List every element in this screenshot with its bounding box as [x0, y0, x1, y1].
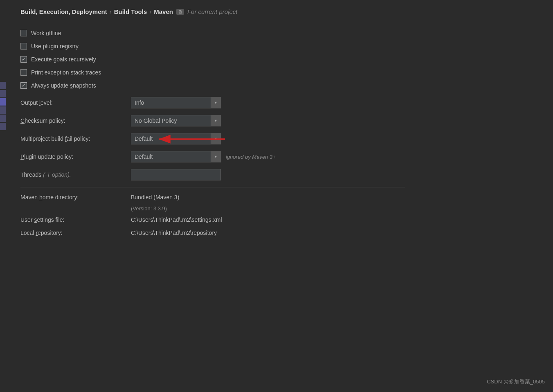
checkbox-use-plugin-registry-row: Use plugin registry: [20, 40, 405, 53]
plugin-update-policy-arrow[interactable]: [211, 151, 220, 162]
breadcrumb-part1: Build, Execution, Deployment: [20, 8, 107, 15]
output-level-dropdown[interactable]: Info: [131, 97, 221, 108]
checksum-policy-arrow[interactable]: [211, 115, 220, 126]
multiproject-fail-policy-arrow[interactable]: [211, 133, 220, 144]
output-level-label: Output level:: [20, 99, 131, 106]
checkbox-always-update-label: Always update snapshots: [31, 82, 96, 89]
output-level-value: Info: [131, 97, 211, 108]
maven-home-row: Maven home directory: Bundled (Maven 3): [20, 191, 405, 204]
watermark: CSDN @多加香菜_0505: [487, 378, 545, 385]
maven-home-value: Bundled (Maven 3): [131, 194, 179, 201]
checkbox-work-offline-row: Work offline: [20, 27, 405, 40]
threads-input[interactable]: [131, 169, 221, 180]
checkbox-execute-goals-label: Execute goals recursively: [31, 56, 96, 63]
checkbox-always-update[interactable]: [20, 82, 27, 89]
breadcrumb: Build, Execution, Deployment › Build Too…: [20, 8, 405, 15]
plugin-update-policy-dropdown[interactable]: Default: [131, 151, 221, 162]
checksum-policy-label: Checksum policy:: [20, 117, 131, 124]
local-repository-row: Local repository: C:\Users\ThinkPad\.m2\…: [20, 226, 405, 239]
multiproject-fail-policy-dropdown[interactable]: Default: [131, 133, 221, 144]
checkbox-work-offline[interactable]: [20, 30, 27, 36]
local-repository-label: Local repository:: [20, 230, 131, 236]
checkbox-use-plugin-registry-label: Use plugin registry: [31, 43, 79, 50]
project-icon: 🖹: [176, 9, 184, 15]
breadcrumb-part2: Build Tools: [114, 8, 147, 15]
checkbox-execute-goals[interactable]: [20, 56, 27, 63]
output-level-row: Output level: Info: [20, 94, 405, 112]
multiproject-fail-policy-row: Multiproject build fail policy: Default: [20, 130, 405, 148]
checkboxes-section: Work offline Use plugin registry Execute…: [20, 27, 405, 92]
checksum-policy-value: No Global Policy: [131, 115, 211, 126]
checkbox-execute-goals-row: Execute goals recursively: [20, 53, 405, 66]
breadcrumb-sep2: ›: [149, 8, 151, 15]
sidebar-indicator: [0, 90, 6, 97]
output-level-arrow[interactable]: [211, 97, 220, 108]
left-sidebar: [0, 82, 7, 131]
checkbox-use-plugin-registry[interactable]: [20, 43, 27, 50]
sidebar-indicator-active[interactable]: [0, 98, 6, 106]
user-settings-label: User settings file:: [20, 216, 131, 223]
threads-row: Threads (-T option).: [20, 166, 405, 184]
user-settings-value: C:\Users\ThinkPad\.m2\settings.xml: [131, 216, 222, 223]
user-settings-row: User settings file: C:\Users\ThinkPad\.m…: [20, 213, 405, 226]
maven-version-text: (Version: 3.3.9): [20, 204, 405, 213]
checkbox-work-offline-label: Work offline: [31, 30, 61, 36]
checkbox-print-exception-label: Print exception stack traces: [31, 69, 101, 76]
checksum-policy-row: Checksum policy: No Global Policy: [20, 112, 405, 130]
plugin-update-policy-hint: ignored by Maven 3+: [226, 154, 276, 160]
sidebar-indicator: [0, 82, 6, 89]
plugin-update-policy-row: Plugin update policy: Default ignored by…: [20, 148, 405, 166]
local-repository-value: C:\Users\ThinkPad\.m2\repository: [131, 230, 217, 236]
multiproject-fail-policy-label: Multiproject build fail policy:: [20, 135, 131, 142]
breadcrumb-project-label: For current project: [187, 8, 238, 15]
plugin-update-policy-value: Default: [131, 151, 211, 162]
threads-label: Threads (-T option).: [20, 171, 131, 178]
checkbox-print-exception[interactable]: [20, 69, 27, 76]
breadcrumb-sep1: ›: [110, 8, 112, 15]
checkbox-always-update-row: Always update snapshots: [20, 79, 405, 92]
plugin-update-policy-label: Plugin update policy:: [20, 153, 131, 160]
maven-home-label: Maven home directory:: [20, 194, 131, 201]
sidebar-indicator: [0, 106, 6, 114]
multiproject-fail-policy-value: Default: [131, 133, 211, 144]
separator-line: [20, 187, 405, 187]
checkbox-print-exception-row: Print exception stack traces: [20, 66, 405, 79]
checksum-policy-dropdown[interactable]: No Global Policy: [131, 115, 221, 126]
sidebar-indicator: [0, 123, 6, 130]
sidebar-indicator: [0, 115, 6, 122]
form-rows-section: Output level: Info Checksum policy: No G…: [20, 94, 405, 184]
breadcrumb-part3: Maven: [154, 8, 173, 15]
